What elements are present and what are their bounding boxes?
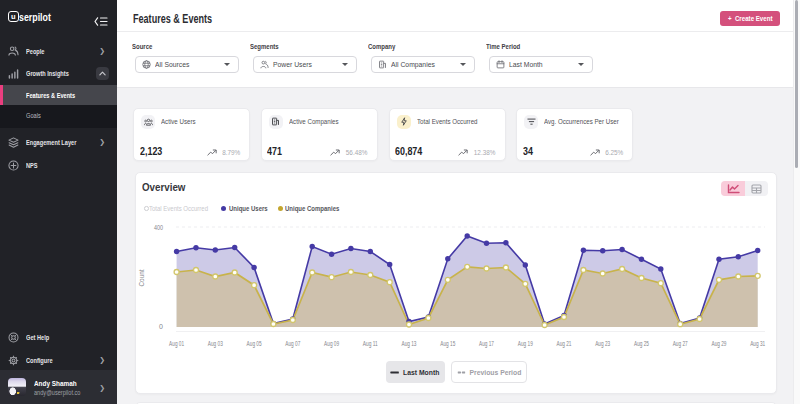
svg-text:Aug 15: Aug 15 (440, 340, 455, 348)
svg-text:Aug 21: Aug 21 (556, 340, 571, 348)
svg-text:Aug 29: Aug 29 (711, 340, 726, 348)
svg-text:Aug 11: Aug 11 (363, 340, 378, 348)
svg-text:Aug 31: Aug 31 (750, 340, 765, 348)
svg-text:Aug 23: Aug 23 (595, 340, 610, 348)
svg-text:Aug 13: Aug 13 (401, 340, 416, 348)
svg-text:Aug 27: Aug 27 (672, 340, 687, 348)
svg-text:Aug 01: Aug 01 (169, 340, 184, 348)
svg-text:Aug 19: Aug 19 (518, 340, 533, 348)
svg-text:400: 400 (154, 224, 163, 231)
svg-text:Aug 03: Aug 03 (208, 340, 223, 348)
svg-text:Aug 25: Aug 25 (634, 340, 649, 348)
svg-text:Count: Count (138, 269, 145, 286)
svg-text:Aug 07: Aug 07 (285, 340, 300, 348)
svg-text:Aug 09: Aug 09 (324, 340, 339, 348)
svg-text:0: 0 (159, 323, 163, 330)
svg-text:Aug 17: Aug 17 (479, 340, 494, 348)
svg-text:Aug 05: Aug 05 (246, 340, 261, 348)
